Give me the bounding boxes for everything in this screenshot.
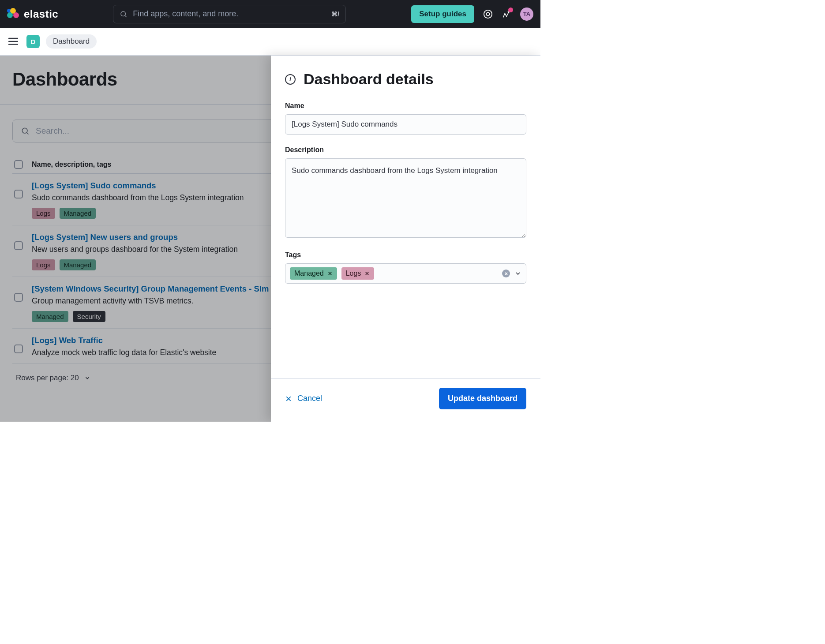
svg-rect-6 (8, 44, 18, 45)
close-icon (285, 395, 292, 402)
svg-line-1 (125, 15, 127, 17)
svg-point-0 (121, 11, 126, 16)
tag-chip-managed[interactable]: Managed (290, 267, 337, 280)
nav-menu-button[interactable] (6, 34, 20, 49)
tags-combobox[interactable]: Managed Logs (285, 263, 526, 284)
svg-rect-4 (8, 38, 18, 39)
update-dashboard-button[interactable]: Update dashboard (439, 388, 526, 409)
user-avatar[interactable]: TA (520, 7, 533, 21)
flyout-title: Dashboard details (304, 71, 434, 88)
brand-name: elastic (24, 8, 58, 20)
tag-chip-label: Managed (294, 270, 324, 277)
cancel-label: Cancel (297, 394, 322, 403)
info-icon: i (285, 74, 296, 85)
newsfeed-icon[interactable] (502, 9, 511, 19)
chevron-down-icon[interactable] (514, 270, 521, 277)
remove-tag-icon[interactable] (327, 271, 333, 276)
brand-logo-icon (7, 8, 19, 20)
notification-dot-icon (508, 7, 513, 12)
hamburger-icon (8, 37, 18, 45)
svg-point-3 (486, 12, 489, 15)
breadcrumb[interactable]: Dashboard (46, 34, 97, 49)
dashboard-details-flyout: i Dashboard details Name Description Tag… (271, 56, 540, 422)
description-field-label: Description (285, 146, 526, 154)
tag-chip-logs[interactable]: Logs (341, 267, 375, 280)
svg-point-2 (484, 10, 492, 18)
setup-guides-button[interactable]: Setup guides (411, 5, 474, 23)
global-search-shortcut: ⌘/ (331, 11, 339, 18)
svg-rect-5 (8, 41, 18, 42)
global-search-placeholder: Find apps, content, and more. (133, 9, 326, 19)
brand-logo[interactable]: elastic (7, 8, 58, 20)
help-icon[interactable] (483, 9, 493, 19)
name-field-label: Name (285, 102, 526, 110)
cancel-button[interactable]: Cancel (285, 394, 322, 403)
clear-tags-button[interactable] (502, 270, 510, 277)
description-textarea[interactable] (285, 158, 526, 238)
search-icon (120, 10, 128, 18)
close-icon (504, 272, 508, 276)
name-input[interactable] (285, 114, 526, 135)
tags-field-label: Tags (285, 251, 526, 259)
global-header: elastic Find apps, content, and more. ⌘/… (0, 0, 540, 28)
global-search-input[interactable]: Find apps, content, and more. ⌘/ (113, 5, 346, 23)
flyout-footer: Cancel Update dashboard (271, 378, 540, 422)
sub-header: D Dashboard (0, 28, 540, 56)
space-badge[interactable]: D (26, 35, 40, 48)
tag-chip-label: Logs (346, 270, 361, 277)
remove-tag-icon[interactable] (364, 271, 370, 276)
